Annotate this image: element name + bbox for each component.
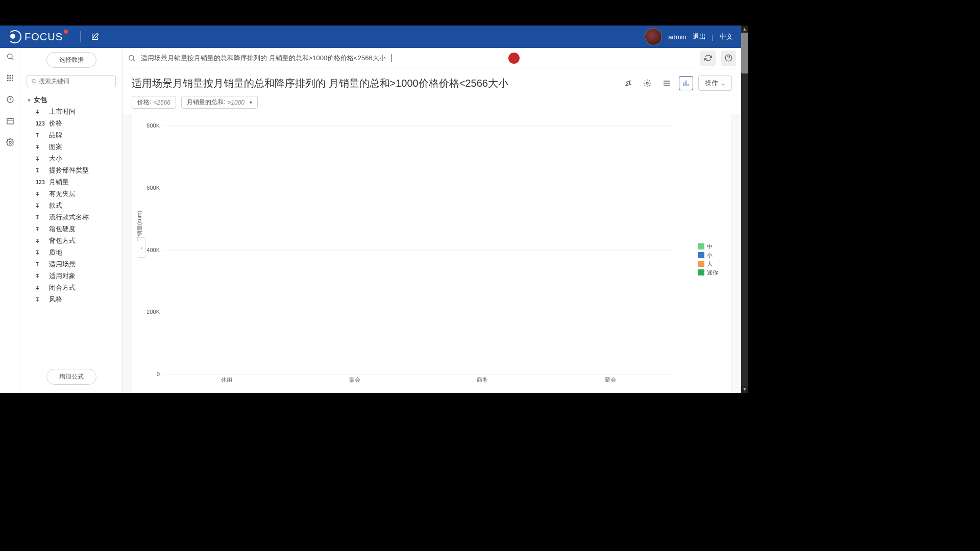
help-button[interactable] bbox=[721, 51, 736, 66]
column-label: 流行款式名称 bbox=[49, 213, 89, 222]
gridline bbox=[163, 126, 674, 126]
username[interactable]: admin bbox=[668, 33, 686, 41]
column-label: 品牌 bbox=[49, 131, 62, 140]
chevron-down-icon: ▾ bbox=[250, 99, 252, 105]
chart-plot[interactable]: 0200K400K600K800K休闲宴会商务聚会 bbox=[163, 126, 674, 374]
avatar[interactable] bbox=[645, 28, 662, 45]
column-search[interactable] bbox=[27, 75, 116, 87]
column-item[interactable]: T大小 bbox=[27, 153, 116, 165]
column-item[interactable]: T流行款式名称 bbox=[27, 212, 116, 223]
column-label: 箱包硬度 bbox=[49, 225, 76, 234]
refresh-button[interactable] bbox=[700, 51, 716, 66]
header-vsep: | bbox=[712, 33, 714, 41]
filter-chip[interactable]: 价格: <2566 bbox=[132, 96, 176, 109]
column-item[interactable]: 123价格 bbox=[27, 118, 116, 130]
chevron-down-icon: ⌄ bbox=[721, 81, 725, 86]
column-item[interactable]: T背包方式 bbox=[27, 235, 116, 247]
edit-icon[interactable] bbox=[91, 33, 99, 41]
search-icon bbox=[31, 78, 37, 84]
legend-item[interactable]: 中 bbox=[698, 243, 718, 251]
svg-rect-4 bbox=[7, 78, 9, 79]
svg-rect-1 bbox=[7, 75, 9, 77]
column-item[interactable]: T提拎部件类型 bbox=[27, 165, 116, 177]
logout-link[interactable]: 退出 bbox=[693, 32, 706, 41]
gear-icon[interactable] bbox=[6, 138, 15, 147]
x-tick-label: 聚会 bbox=[605, 376, 616, 384]
column-type-icon: T bbox=[36, 191, 46, 197]
column-label: 质地 bbox=[49, 248, 62, 257]
column-item[interactable]: T适用对象 bbox=[27, 270, 116, 282]
grid-icon[interactable] bbox=[6, 73, 15, 83]
scroll-down-icon[interactable]: ▼ bbox=[741, 386, 748, 393]
gear-icon[interactable] bbox=[640, 76, 654, 90]
gridline bbox=[163, 188, 674, 188]
column-item[interactable]: T闭合方式 bbox=[27, 282, 116, 294]
calendar-icon[interactable] bbox=[6, 116, 15, 126]
expand-handle[interactable]: › bbox=[138, 237, 145, 258]
column-item[interactable]: T上市时间 bbox=[27, 106, 116, 118]
add-formula-button[interactable]: 增加公式 bbox=[46, 369, 96, 385]
y-tick-label: 200K bbox=[146, 309, 160, 315]
logo-icon bbox=[8, 30, 21, 43]
column-type-icon: T bbox=[36, 238, 46, 244]
column-label: 背包方式 bbox=[49, 237, 76, 245]
column-type-icon: 123 bbox=[36, 180, 46, 185]
column-item[interactable]: T箱包硬度 bbox=[27, 223, 116, 235]
column-type-icon: 123 bbox=[36, 121, 46, 127]
filter-label: 月销量的总和: bbox=[187, 98, 225, 107]
column-item[interactable]: T质地 bbox=[27, 247, 116, 259]
gridline bbox=[163, 312, 674, 312]
column-item[interactable]: 123月销量 bbox=[27, 177, 116, 188]
search-icon[interactable] bbox=[6, 52, 15, 61]
legend-label: 中 bbox=[707, 243, 713, 251]
chart-view-icon[interactable] bbox=[679, 76, 693, 90]
language-toggle[interactable]: 中文 bbox=[720, 32, 733, 41]
svg-point-16 bbox=[646, 82, 648, 84]
brand-name: FOCUS bbox=[24, 31, 63, 43]
svg-rect-8 bbox=[9, 80, 11, 81]
column-item[interactable]: T图案 bbox=[27, 141, 116, 153]
svg-rect-6 bbox=[12, 78, 13, 79]
svg-rect-3 bbox=[12, 75, 13, 77]
brand-logo[interactable]: FOCUS bbox=[8, 30, 70, 43]
header-separator bbox=[80, 31, 81, 42]
column-item[interactable]: T适用场景 bbox=[27, 259, 116, 270]
column-search-input[interactable] bbox=[39, 78, 111, 85]
column-item[interactable]: T有无夹层 bbox=[27, 188, 116, 200]
clock-icon[interactable] bbox=[6, 95, 15, 104]
actions-dropdown[interactable]: 操作 ⌄ bbox=[698, 76, 732, 91]
filter-value: <2566 bbox=[153, 99, 170, 106]
column-label: 有无夹层 bbox=[49, 190, 76, 198]
window-scrollbar[interactable]: ▲ ▼ bbox=[741, 26, 748, 393]
svg-point-0 bbox=[7, 54, 12, 59]
scroll-up-icon[interactable]: ▲ bbox=[741, 26, 748, 33]
column-type-icon: T bbox=[36, 262, 46, 267]
select-data-button[interactable]: 选择数据 bbox=[46, 52, 96, 68]
svg-point-12 bbox=[9, 141, 11, 143]
filter-label: 价格: bbox=[137, 98, 151, 107]
scroll-thumb[interactable] bbox=[741, 33, 748, 73]
table-view-icon[interactable] bbox=[659, 76, 674, 90]
svg-rect-11 bbox=[7, 118, 13, 124]
pin-icon[interactable] bbox=[621, 76, 635, 90]
query-input[interactable]: 适用场景月销量按月销量的总和降序排列的 月销量的总和>1000价格价格<2566… bbox=[141, 54, 695, 63]
column-label: 大小 bbox=[49, 155, 62, 163]
column-item[interactable]: T风格 bbox=[27, 294, 116, 306]
filter-chip[interactable]: 月销量的总和: >1000 ▾ bbox=[181, 96, 258, 109]
column-type-icon: T bbox=[36, 168, 46, 173]
column-label: 适用场景 bbox=[49, 260, 76, 269]
legend-item[interactable]: 小 bbox=[698, 252, 718, 259]
page-title: 适用场景月销量按月销量的总和降序排列的 月销量的总和>1000价格价格<2566… bbox=[132, 77, 621, 90]
column-label: 闭合方式 bbox=[49, 284, 76, 292]
notification-badge-icon bbox=[64, 30, 68, 34]
column-type-icon: T bbox=[36, 203, 46, 209]
legend-item[interactable]: 迷你 bbox=[698, 269, 718, 277]
column-type-icon: T bbox=[36, 133, 46, 138]
text-cursor-icon bbox=[391, 54, 391, 62]
column-item[interactable]: T品牌 bbox=[27, 130, 116, 141]
legend-item[interactable]: 大 bbox=[698, 260, 718, 268]
column-item[interactable]: T款式 bbox=[27, 200, 116, 212]
main-panel: 适用场景月销量按月销量的总和降序排列的 月销量的总和>1000价格价格<2566… bbox=[122, 48, 741, 393]
legend-label: 迷你 bbox=[707, 269, 718, 277]
tree-root-node[interactable]: ▼ 女包 bbox=[27, 94, 116, 106]
